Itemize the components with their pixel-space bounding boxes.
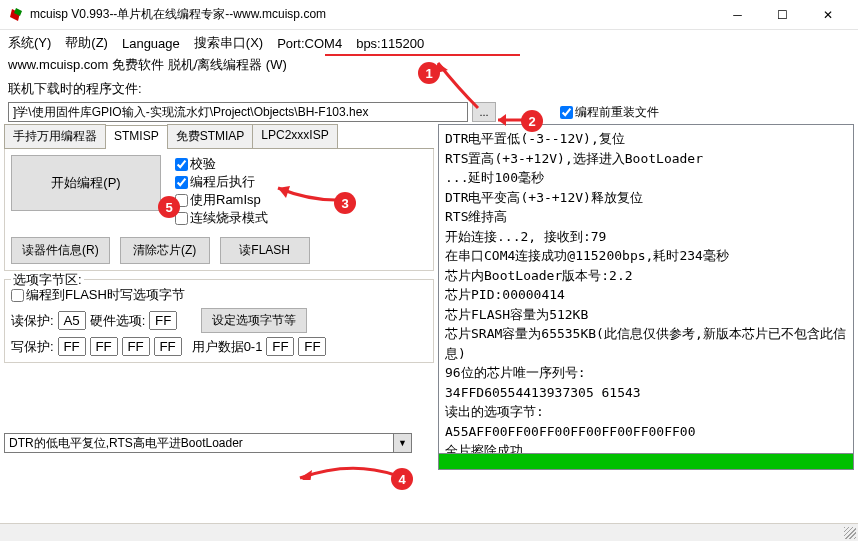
window-title: mcuisp V0.993--单片机在线编程专家--www.mcuisp.com	[30, 6, 715, 23]
menu-help[interactable]: 帮助(Z)	[65, 34, 108, 52]
set-option-button[interactable]: 设定选项字节等	[201, 308, 307, 333]
dtr-combo[interactable]: ▼	[4, 433, 434, 453]
log-line: 在串口COM4连接成功@115200bps,耗时234毫秒	[445, 246, 847, 266]
log-line: 96位的芯片唯一序列号:	[445, 363, 847, 383]
annotation-bubble-2: 2	[521, 110, 543, 132]
log-output: DTR电平置低(-3--12V),复位 RTS置高(+3-+12V),选择进入B…	[438, 124, 854, 454]
log-line: A55AFF00FF00FF00FF00FF00FF00FF00	[445, 422, 847, 442]
continuous-checkbox-label[interactable]: 连续烧录模式	[175, 209, 268, 227]
menu-bps[interactable]: bps:115200	[356, 36, 424, 51]
log-line: DTR电平置低(-3--12V),复位	[445, 129, 847, 149]
read-protect-input[interactable]	[58, 311, 86, 330]
log-line: RTS置高(+3-+12V),选择进入BootLoader	[445, 149, 847, 169]
annotation-underline	[325, 54, 520, 56]
titlebar: mcuisp V0.993--单片机在线编程专家--www.mcuisp.com…	[0, 0, 858, 30]
log-line: DTR电平变高(+3-+12V)释放复位	[445, 188, 847, 208]
log-line: 34FFD60554413937305 61543	[445, 383, 847, 403]
browse-button[interactable]: ...	[472, 102, 496, 122]
hw-option-label: 硬件选项:	[90, 312, 146, 330]
wp2-input[interactable]	[122, 337, 150, 356]
write-option-checkbox[interactable]	[11, 289, 24, 302]
app-icon	[8, 7, 24, 23]
menu-search-port[interactable]: 搜索串口(X)	[194, 34, 263, 52]
annotation-bubble-5: 5	[158, 196, 180, 218]
run-after-checkbox-label[interactable]: 编程后执行	[175, 173, 268, 191]
tab-handheld[interactable]: 手持万用编程器	[4, 124, 106, 148]
progress-bar	[438, 454, 854, 470]
wp3-input[interactable]	[154, 337, 182, 356]
menu-port[interactable]: Port:COM4	[277, 36, 342, 51]
reload-checkbox[interactable]	[560, 106, 573, 119]
maximize-button[interactable]: ☐	[760, 1, 805, 29]
close-button[interactable]: ✕	[805, 1, 850, 29]
ud1-input[interactable]	[298, 337, 326, 356]
dtr-combo-input[interactable]	[4, 433, 394, 453]
log-line: 开始连接...2, 接收到:79	[445, 227, 847, 247]
option-bytes-legend: 选项字节区:	[11, 271, 84, 289]
log-line: 全片擦除成功	[445, 441, 847, 454]
statusbar	[0, 523, 858, 541]
tab-stmisp[interactable]: STMISP	[105, 125, 168, 149]
wp0-input[interactable]	[58, 337, 86, 356]
ramisp-checkbox-label[interactable]: 使用RamIsp	[175, 191, 268, 209]
read-flash-button[interactable]: 读FLASH	[220, 237, 310, 264]
annotation-bubble-4: 4	[391, 468, 413, 490]
file-label: 联机下载时的程序文件:	[8, 80, 142, 98]
log-line: 读出的选项字节:	[445, 402, 847, 422]
log-line: 芯片内BootLoader版本号:2.2	[445, 266, 847, 286]
erase-chip-button[interactable]: 清除芯片(Z)	[120, 237, 210, 264]
start-program-button[interactable]: 开始编程(P)	[11, 155, 161, 211]
tabs: 手持万用编程器 STMISP 免费STMIAP LPC2xxxISP	[4, 124, 434, 149]
annotation-bubble-3: 3	[334, 192, 356, 214]
file-path-input[interactable]	[8, 102, 468, 122]
device-info-button[interactable]: 读器件信息(R)	[11, 237, 110, 264]
menu-system[interactable]: 系统(Y)	[8, 34, 51, 52]
option-bytes-group: 选项字节区: 编程到FLASH时写选项字节 读保护: 硬件选项: 设定选项字节等…	[4, 279, 434, 363]
dtr-combo-dropdown[interactable]: ▼	[394, 433, 412, 453]
verify-checkbox-label[interactable]: 校验	[175, 155, 268, 173]
read-protect-label: 读保护:	[11, 312, 54, 330]
hw-option-input[interactable]	[149, 311, 177, 330]
stmisp-panel: 开始编程(P) 校验 编程后执行 使用RamIsp 连续烧录模式 读器件信息(R…	[4, 149, 434, 271]
log-line: RTS维持高	[445, 207, 847, 227]
log-line: ...延时100毫秒	[445, 168, 847, 188]
write-protect-label: 写保护:	[11, 338, 54, 356]
menubar: 系统(Y) 帮助(Z) Language 搜索串口(X) Port:COM4 b…	[0, 30, 858, 54]
tab-lpc[interactable]: LPC2xxxISP	[252, 124, 337, 148]
minimize-button[interactable]: ─	[715, 1, 760, 29]
menu-language[interactable]: Language	[122, 36, 180, 51]
log-line: 芯片SRAM容量为65535KB(此信息仅供参考,新版本芯片已不包含此信息)	[445, 324, 847, 363]
log-line: 芯片FLASH容量为512KB	[445, 305, 847, 325]
log-line: 芯片PID:00000414	[445, 285, 847, 305]
verify-checkbox[interactable]	[175, 158, 188, 171]
ud0-input[interactable]	[266, 337, 294, 356]
user-data-label: 用户数据0-1	[192, 338, 263, 356]
run-after-checkbox[interactable]	[175, 176, 188, 189]
tab-stmiap[interactable]: 免费STMIAP	[167, 124, 254, 148]
reload-checkbox-label[interactable]: 编程前重装文件	[560, 104, 659, 121]
annotation-bubble-1: 1	[418, 62, 440, 84]
wp1-input[interactable]	[90, 337, 118, 356]
